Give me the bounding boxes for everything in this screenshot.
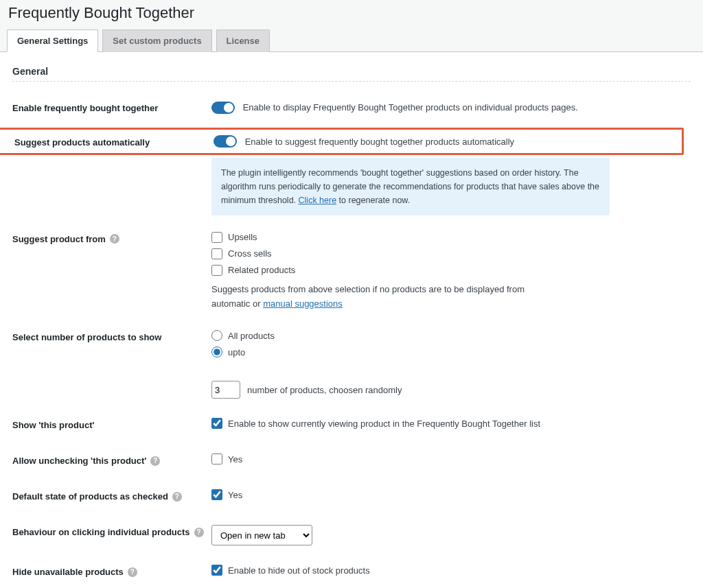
help-icon[interactable]: ? bbox=[128, 567, 137, 577]
label-hide-unavailable: Hide unavailable products ? bbox=[12, 565, 211, 577]
label-enable-fbt: Enable frequently bought together bbox=[12, 101, 211, 113]
row-suggest-from: Suggest product from ? Upsells Cross sel… bbox=[12, 225, 691, 324]
section-title-general: General bbox=[12, 66, 691, 77]
radio-upto[interactable] bbox=[211, 346, 222, 357]
row-click-behaviour: Behaviour on clicking individual product… bbox=[12, 518, 691, 558]
checkbox-show-this-product[interactable] bbox=[211, 418, 222, 429]
option-related-products: Related products bbox=[228, 265, 295, 275]
label-click-behaviour: Behaviour on clicking individual product… bbox=[12, 525, 211, 537]
row-enable-fbt: Enable frequently bought together Enable… bbox=[12, 94, 691, 128]
option-allow-unchecking-yes: Yes bbox=[228, 454, 242, 464]
label-auto-suggest: Suggest products automatically bbox=[14, 135, 214, 148]
tab-general-settings[interactable]: General Settings bbox=[7, 30, 98, 52]
tabs: General Settings Set custom products Lic… bbox=[0, 29, 703, 52]
radio-all-products[interactable] bbox=[211, 330, 222, 341]
label-show-this-product: Show 'this product' bbox=[12, 418, 211, 430]
help-icon[interactable]: ? bbox=[150, 456, 160, 466]
label-default-checked: Default state of products as checked ? bbox=[12, 489, 211, 502]
label-suggest-from: Suggest product from ? bbox=[12, 232, 211, 244]
label-num-products: Select number of products to show bbox=[12, 330, 211, 342]
callout-regenerate: The plugin intelligently recommends 'bou… bbox=[211, 158, 610, 215]
checkbox-upsells[interactable] bbox=[211, 232, 222, 243]
toggle-enable-fbt[interactable] bbox=[211, 102, 235, 114]
help-icon[interactable]: ? bbox=[194, 528, 204, 537]
desc-enable-fbt: Enable to display Frequently Bought Toge… bbox=[243, 102, 578, 113]
link-click-here-regenerate[interactable]: Click here bbox=[299, 196, 337, 205]
num-products-suffix: number of products, choosen randomly bbox=[247, 385, 402, 395]
row-num-products: Select number of products to show All pr… bbox=[12, 323, 691, 411]
row-show-this-product: Show 'this product' Enable to show curre… bbox=[12, 411, 691, 447]
label-allow-unchecking: Allow unchecking 'this product' ? bbox=[12, 454, 211, 466]
checkbox-allow-unchecking[interactable] bbox=[211, 454, 222, 464]
callout-text-post: to regenerate now. bbox=[336, 196, 410, 205]
checkbox-hide-unavailable[interactable] bbox=[211, 565, 222, 576]
settings-panel: General Enable frequently bought togethe… bbox=[0, 52, 703, 588]
desc-hide-unavailable: Enable to hide out of stock products bbox=[228, 565, 370, 576]
callout-text-pre: The plugin intelligently recommends 'bou… bbox=[221, 168, 599, 205]
select-click-behaviour[interactable]: Open in new tab bbox=[211, 525, 312, 545]
page-title: Frequently Bought Together bbox=[8, 4, 695, 22]
row-default-checked: Default state of products as checked ? Y… bbox=[12, 482, 691, 518]
checkbox-default-checked[interactable] bbox=[211, 489, 222, 500]
tab-license[interactable]: License bbox=[216, 30, 270, 52]
note-suggest-from: Suggests products from above selection i… bbox=[211, 283, 555, 311]
row-hide-unavailable: Hide unavailable products ? Enable to hi… bbox=[12, 558, 691, 588]
input-num-products[interactable] bbox=[211, 381, 240, 399]
tab-set-custom-products[interactable]: Set custom products bbox=[102, 30, 211, 52]
checkbox-related-products[interactable] bbox=[211, 265, 222, 276]
desc-show-this-product: Enable to show currently viewing product… bbox=[228, 419, 540, 429]
option-cross-sells: Cross sells bbox=[228, 248, 272, 259]
option-upto: upto bbox=[228, 347, 245, 357]
checkbox-cross-sells[interactable] bbox=[211, 248, 222, 259]
desc-auto-suggest: Enable to suggest frequently bought toge… bbox=[245, 136, 514, 146]
option-all-products: All products bbox=[228, 331, 275, 341]
option-default-checked-yes: Yes bbox=[228, 490, 242, 500]
toggle-auto-suggest[interactable] bbox=[214, 135, 237, 148]
help-icon[interactable]: ? bbox=[172, 492, 182, 502]
row-auto-suggest: Suggest products automatically Enable to… bbox=[0, 128, 684, 155]
link-manual-suggestions[interactable]: manual suggestions bbox=[263, 298, 343, 309]
section-divider bbox=[12, 81, 691, 82]
help-icon[interactable]: ? bbox=[110, 234, 119, 244]
row-allow-unchecking: Allow unchecking 'this product' ? Yes bbox=[12, 447, 691, 482]
option-upsells: Upsells bbox=[228, 232, 257, 242]
